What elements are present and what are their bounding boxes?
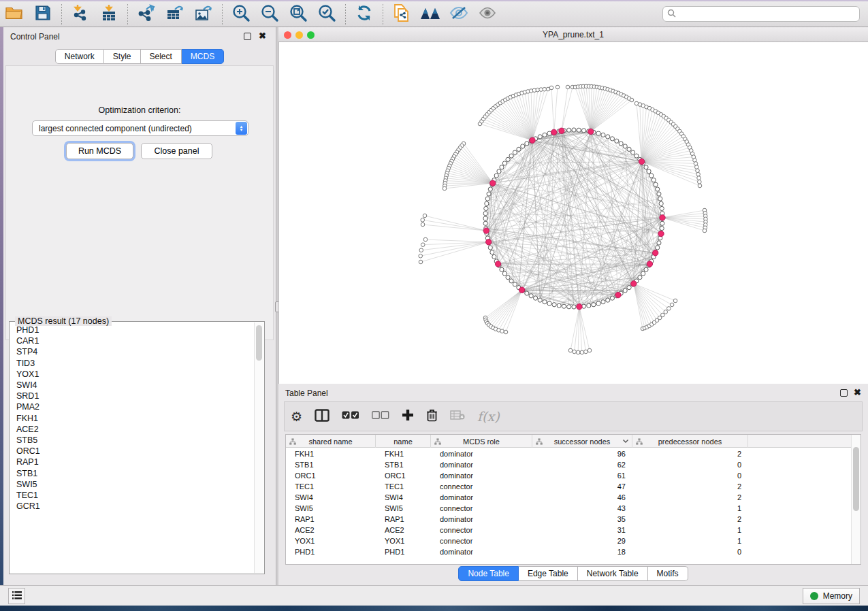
mcds-node-item[interactable]: TID3 — [11, 358, 251, 369]
export-network-button[interactable] — [135, 3, 158, 25]
mcds-node-item[interactable]: GCR1 — [11, 501, 251, 512]
toolbar-separator — [222, 4, 223, 24]
mcds-node-item[interactable]: STB1 — [11, 468, 251, 479]
table-row[interactable]: SWI4SWI4dominator462 — [286, 492, 852, 503]
add-column-button[interactable] — [402, 409, 414, 424]
toolbar-separator — [127, 4, 128, 24]
table-row[interactable]: STB1STB1dominator620 — [286, 459, 852, 470]
refresh-layout-button[interactable] — [353, 3, 376, 25]
cell-predecessor-nodes: 0 — [632, 546, 748, 557]
select-stepper-icon: ▲▼ — [236, 122, 247, 135]
network-window-titlebar[interactable]: YPA_prune.txt_1 — [278, 27, 868, 42]
cell-successor-nodes: 46 — [532, 492, 632, 503]
search-input[interactable] — [679, 10, 855, 19]
run-mcds-button[interactable]: Run MCDS — [66, 143, 133, 159]
float-panel-icon[interactable] — [244, 33, 251, 40]
column-header-successor-nodes[interactable]: successor nodes — [532, 435, 632, 448]
import-table-button[interactable] — [97, 3, 120, 25]
split-columns-icon — [315, 409, 329, 425]
tab-style[interactable]: Style — [104, 49, 141, 64]
table-row[interactable]: RAP1RAP1dominator352 — [286, 514, 852, 525]
table-row[interactable]: TEC1TEC1connector472 — [286, 481, 852, 492]
table-row[interactable]: PHD1PHD1dominator180 — [286, 546, 852, 557]
tab-mcds[interactable]: MCDS — [182, 49, 224, 64]
search-box[interactable] — [662, 6, 860, 22]
tab-network[interactable]: Network — [55, 49, 104, 64]
cell-name: YOX1 — [376, 535, 431, 546]
mcds-node-item[interactable]: CAR1 — [11, 335, 251, 346]
deselect-all-button[interactable] — [372, 410, 389, 423]
hide-selected-button[interactable] — [447, 3, 470, 25]
close-panel-button[interactable]: Close panel — [141, 143, 212, 159]
memory-button[interactable]: Memory — [803, 588, 860, 604]
table-row[interactable]: ACE2ACE2connector311 — [286, 525, 852, 535]
mcds-node-item[interactable]: PMA2 — [11, 401, 251, 412]
export-network-icon — [137, 4, 156, 24]
export-image-button[interactable] — [192, 3, 215, 25]
mcds-node-item[interactable]: ACE2 — [11, 424, 251, 435]
optimization-criterion-select[interactable]: largest connected component (undirected)… — [32, 120, 248, 136]
mcds-node-item[interactable]: PHD1 — [11, 325, 251, 335]
scrollbar-thumb[interactable] — [256, 325, 262, 361]
table-settings-button[interactable]: ⚙ — [291, 409, 302, 425]
table-scrollbar[interactable] — [851, 435, 861, 564]
column-header-predecessor-nodes[interactable]: predecessor nodes — [632, 435, 748, 448]
mcds-result-box: MCDS result (17 nodes) PHD1CAR1STP4TID3Y… — [9, 321, 265, 574]
import-network-button[interactable] — [69, 3, 92, 25]
export-image-icon — [194, 4, 213, 24]
show-all-button[interactable] — [476, 3, 499, 25]
cell-predecessor-nodes: 2 — [632, 514, 748, 525]
function-builder-button: f(x) — [477, 409, 500, 424]
tab-edge-table[interactable]: Edge Table — [519, 566, 578, 581]
close-table-panel-icon[interactable]: ✖ — [854, 387, 861, 397]
zoom-in-button[interactable] — [229, 3, 253, 25]
table-row[interactable]: FKH1FKH1dominator962 — [286, 448, 852, 459]
mcds-node-item[interactable]: FKH1 — [11, 413, 251, 424]
split-columns-button[interactable] — [315, 409, 329, 425]
mcds-node-item[interactable]: RAP1 — [11, 457, 251, 467]
search-icon — [667, 8, 676, 20]
tab-network-table[interactable]: Network Table — [578, 566, 648, 581]
mcds-node-item[interactable]: TEC1 — [11, 490, 251, 501]
first-neighbors-icon — [420, 5, 440, 23]
scrollbar-thumb[interactable] — [853, 447, 859, 511]
cell-successor-nodes: 47 — [532, 481, 632, 492]
table-row[interactable]: ORC1ORC1dominator610 — [286, 470, 852, 481]
duplicate-network-button[interactable] — [390, 3, 413, 25]
zoom-fit-button[interactable] — [287, 3, 310, 25]
column-header-MCDS-role[interactable]: MCDS role — [431, 435, 532, 448]
zoom-selected-button[interactable] — [315, 3, 338, 25]
mcds-node-item[interactable]: YOX1 — [11, 369, 251, 380]
mcds-node-item[interactable]: SWI4 — [11, 380, 251, 391]
tab-node-table[interactable]: Node Table — [458, 566, 519, 581]
close-panel-icon[interactable]: ✖ — [259, 31, 266, 41]
mcds-node-item[interactable]: SWI5 — [11, 479, 251, 490]
zoom-out-button[interactable] — [258, 3, 281, 25]
zoom-selected-icon — [317, 3, 336, 25]
delete-table-icon — [450, 410, 465, 423]
network-canvas[interactable] — [278, 42, 868, 384]
mcds-node-item[interactable]: ORC1 — [11, 446, 251, 457]
save-session-button[interactable] — [31, 3, 54, 25]
column-header-name[interactable]: name — [376, 435, 431, 448]
float-table-panel-icon[interactable] — [840, 389, 848, 397]
delete-column-button[interactable] — [426, 409, 438, 425]
first-neighbors-button[interactable] — [419, 3, 442, 25]
mcds-node-item[interactable]: SRD1 — [11, 391, 251, 401]
task-history-button[interactable] — [8, 588, 25, 604]
select-all-button[interactable] — [342, 410, 359, 423]
cell-successor-nodes: 31 — [532, 525, 632, 535]
column-header-shared-name[interactable]: shared name — [286, 435, 376, 448]
mcds-result-list[interactable]: PHD1CAR1STP4TID3YOX1SWI4SRD1PMA2FKH1ACE2… — [11, 325, 251, 569]
table-row[interactable]: SWI5SWI5connector431 — [286, 503, 852, 514]
open-session-button[interactable] — [3, 3, 26, 25]
table-row[interactable]: YOX1YOX1connector291 — [286, 535, 852, 546]
tab-select[interactable]: Select — [141, 49, 182, 64]
export-table-button[interactable] — [163, 3, 187, 25]
hide-eye-icon — [449, 5, 469, 23]
mcds-node-item[interactable]: STB5 — [11, 435, 251, 446]
mcds-list-scrollbar[interactable] — [254, 323, 263, 573]
mcds-node-item[interactable]: STP4 — [11, 346, 251, 357]
cell-MCDS-role: dominator — [431, 492, 532, 503]
tab-motifs[interactable]: Motifs — [648, 566, 688, 581]
